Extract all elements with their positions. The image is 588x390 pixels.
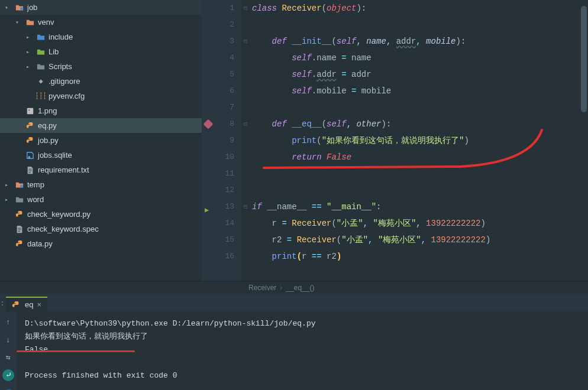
tree-item-venv[interactable]: ▾venv <box>0 15 202 30</box>
line-gutter: ▶ 12345678910111213141516 <box>202 0 241 281</box>
fold-icon[interactable] <box>241 50 250 66</box>
code-line[interactable]: r = Receiver("小孟", "梅苑小区", 13922222222) <box>252 215 588 232</box>
fold-icon[interactable]: ⊟ <box>241 116 250 132</box>
py-icon <box>14 240 25 248</box>
console-line: Process finished with exit code 0 <box>25 369 580 382</box>
code-line[interactable]: return False <box>252 149 588 165</box>
txt-icon <box>14 225 25 233</box>
code-line[interactable]: r2 = Receiver("小孟", "梅苑小区", 13922222222) <box>252 232 588 248</box>
tree-item-job[interactable]: ▾job <box>0 0 202 15</box>
tree-item-1-png[interactable]: 1.png <box>0 103 202 118</box>
code-line[interactable]: def __eq__(self, other): <box>252 116 588 132</box>
tree-item-label: Lib <box>49 47 59 56</box>
wrap-icon[interactable]: ⤶ <box>2 369 14 381</box>
filter-icon[interactable]: ⇆ <box>2 352 14 363</box>
chevron-icon: ▾ <box>5 4 14 11</box>
tree-item-label: eq.py <box>38 121 57 130</box>
down-arrow-icon[interactable]: ↓ <box>2 334 14 346</box>
py-icon <box>25 122 35 130</box>
fold-icon[interactable] <box>241 66 250 83</box>
console-line: 如果你看到这句话，就说明我执行了 <box>25 330 580 343</box>
code-line[interactable]: print("如果你看到这句话，就说明我执行了") <box>252 132 588 149</box>
console-line <box>25 356 580 369</box>
code-area[interactable]: class Receiver(object): def __init__(sel… <box>250 0 588 281</box>
svg-rect-1 <box>27 108 34 114</box>
fold-icon[interactable] <box>241 248 250 265</box>
print-icon[interactable]: 🖶 <box>2 387 14 390</box>
console-output[interactable]: D:\software\Python39\python.exe D:/learn… <box>17 311 588 390</box>
code-line[interactable]: if __name__ == "__main__": <box>252 199 588 215</box>
console-line: D:\software\Python39\python.exe D:/learn… <box>25 317 580 330</box>
breadcrumb-item[interactable]: __eq__() <box>286 284 314 292</box>
close-icon[interactable]: × <box>37 300 41 309</box>
run-tab[interactable]: eq × <box>6 297 47 311</box>
fold-icon[interactable] <box>241 132 250 149</box>
code-line[interactable]: class Receiver(object): <box>252 0 588 17</box>
code-line[interactable]: print(r == r2) <box>252 248 588 265</box>
tree-item-lib[interactable]: ▸Lib <box>0 44 202 59</box>
fold-icon[interactable] <box>241 17 250 33</box>
tree-item-label: check_keyword.py <box>27 210 91 219</box>
code-line[interactable]: def __init__(self, name, addr, mobile): <box>252 33 588 50</box>
fold-icon[interactable] <box>241 182 250 199</box>
tree-item--gitignore[interactable]: ◆.gitignore <box>0 74 202 89</box>
py-icon <box>25 136 35 145</box>
git-icon: ◆ <box>35 77 46 86</box>
tree-item-word[interactable]: ▸word <box>0 192 202 207</box>
tree-item-check_keyword-spec[interactable]: check_keyword.spec <box>0 222 202 236</box>
fold-icon[interactable] <box>241 232 250 248</box>
folder-gray-icon <box>14 196 25 204</box>
folder-py-icon <box>35 33 46 41</box>
chevron-icon: ▾ <box>15 19 25 26</box>
fold-icon[interactable]: ⊟ <box>241 0 250 17</box>
tree-item-label: temp <box>27 180 44 189</box>
folder-lib-icon <box>35 48 46 56</box>
tree-item-pyvenv-cfg[interactable]: ┆┆┆pyvenv.cfg <box>0 89 202 103</box>
file-tree: ▾job▾venv▸include▸Lib▸Scripts◆.gitignore… <box>0 0 202 281</box>
code-line[interactable]: self.mobile = mobile <box>252 83 588 99</box>
folder-gray-icon <box>35 63 46 71</box>
fold-icon[interactable] <box>241 83 250 99</box>
code-line[interactable] <box>252 17 588 33</box>
up-arrow-icon[interactable]: ↑ <box>2 316 14 328</box>
breadcrumb-item[interactable]: Receiver <box>248 284 276 292</box>
fold-icon[interactable]: ⊟ <box>241 199 250 215</box>
code-line[interactable]: self.name = name <box>252 50 588 66</box>
folder-icon <box>25 18 35 27</box>
fold-icon[interactable] <box>241 149 250 165</box>
fold-icon[interactable] <box>241 99 250 116</box>
code-line[interactable] <box>252 165 588 182</box>
chevron-icon: ▸ <box>26 34 35 41</box>
tree-item-include[interactable]: ▸include <box>0 30 202 44</box>
tree-item-temp[interactable]: ▸temp <box>0 177 202 192</box>
tree-item-label: requirement.txt <box>38 165 89 174</box>
chevron-icon: ▸ <box>5 181 14 188</box>
run-icon[interactable]: ▶ <box>205 202 209 219</box>
tree-item-scripts[interactable]: ▸Scripts <box>0 59 202 74</box>
tree-item-label: data.py <box>27 239 53 248</box>
tree-item-jobs-sqlite[interactable]: jobs.sqlite <box>0 148 202 162</box>
fold-icon[interactable]: ⊟ <box>241 33 250 50</box>
tree-item-label: pyvenv.cfg <box>49 92 85 100</box>
tree-item-label: word <box>27 195 44 204</box>
tree-item-eq-py[interactable]: eq.py <box>0 118 202 133</box>
code-editor[interactable]: ▶ 12345678910111213141516 ⊟⊟⊟⊟ class Rec… <box>202 0 588 281</box>
tree-item-check_keyword-py[interactable]: check_keyword.py <box>0 207 202 222</box>
py-icon <box>14 210 25 219</box>
editor-scrollbar[interactable] <box>580 0 588 281</box>
tree-item-label: include <box>49 32 73 41</box>
code-line[interactable] <box>252 99 588 116</box>
code-line[interactable]: self.addr = addr <box>252 66 588 83</box>
code-line[interactable] <box>252 182 588 199</box>
breadcrumb[interactable]: Receiver › __eq__() <box>0 281 588 294</box>
tree-item-requirement-txt[interactable]: requirement.txt <box>0 162 202 177</box>
fold-icon[interactable] <box>241 215 250 232</box>
tree-item-label: 1.png <box>38 106 57 115</box>
tree-item-label: check_keyword.spec <box>27 225 99 233</box>
tree-item-job-py[interactable]: job.py <box>0 133 202 148</box>
svg-point-0 <box>20 7 23 10</box>
tree-item-data-py[interactable]: data.py <box>0 236 202 251</box>
cfg-icon: ┆┆┆ <box>35 92 46 100</box>
fold-icon[interactable] <box>241 165 250 182</box>
python-icon <box>12 301 22 309</box>
